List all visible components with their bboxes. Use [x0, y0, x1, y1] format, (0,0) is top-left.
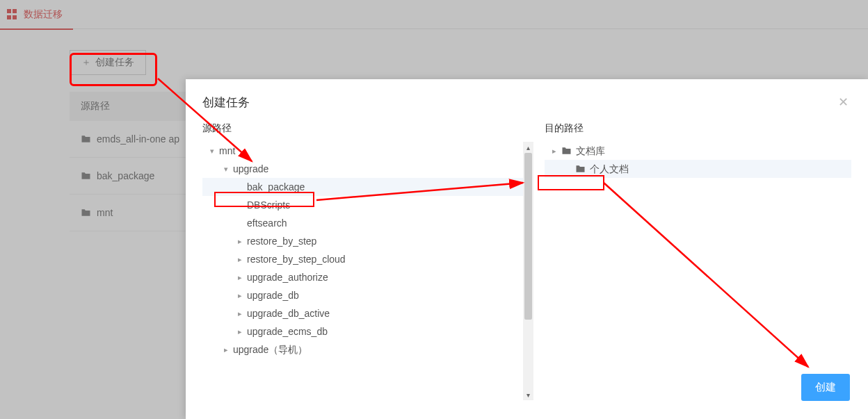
chevron-right-icon[interactable]: ▸	[550, 143, 558, 158]
chevron-down-icon[interactable]: ▾	[222, 161, 230, 176]
chevron-right-icon[interactable]: ▸	[236, 324, 244, 339]
tree-item[interactable]: ▸文档库	[545, 142, 851, 160]
scroll-thumb[interactable]	[524, 153, 532, 320]
tree-item[interactable]: ▸upgrade_db_active	[202, 304, 533, 322]
dest-tree[interactable]: ▸文档库个人文档	[545, 142, 851, 178]
create-submit-button[interactable]: 创建	[801, 374, 850, 401]
tree-item-label: upgrade（导机）	[233, 340, 307, 359]
tree-item[interactable]: 个人文档	[545, 160, 851, 178]
chevron-down-icon[interactable]: ▾	[208, 143, 216, 158]
close-icon[interactable]: ✕	[835, 92, 851, 113]
tree-item-label: restore_by_step_cloud	[247, 249, 346, 269]
tree-item-label: upgrade_db	[247, 286, 299, 305]
chevron-right-icon[interactable]: ▸	[236, 306, 244, 321]
chevron-right-icon[interactable]: ▸	[222, 342, 230, 357]
tree-item-label: upgrade_db_active	[247, 304, 330, 323]
tree-item[interactable]: ▾upgrade	[202, 160, 533, 178]
tree-item-label: DBScripts	[247, 195, 290, 215]
tree-item[interactable]: ▸upgrade_db	[202, 286, 533, 304]
tree-item-label: bak_package	[247, 177, 305, 197]
tree-item[interactable]: ▸upgrade_authorize	[202, 268, 533, 286]
source-tree[interactable]: ▾mnt▾upgradebak_packageDBScriptseftsearc…	[202, 142, 533, 359]
chevron-right-icon[interactable]: ▸	[236, 233, 244, 249]
tree-item-label: 文档库	[576, 142, 605, 161]
folder-icon	[575, 165, 586, 173]
tree-item[interactable]: bak_package	[202, 178, 533, 196]
scroll-up-icon[interactable]: ▴	[523, 142, 533, 153]
tree-item[interactable]: ▸restore_by_step	[202, 232, 533, 250]
tree-item-label: restore_by_step	[247, 231, 316, 251]
dialog-body: 源路径 ▾mnt▾upgradebak_packageDBScriptsefts…	[186, 122, 868, 400]
source-panel: 源路径 ▾mnt▾upgradebak_packageDBScriptsefts…	[202, 122, 533, 400]
tree-item[interactable]: ▸restore_by_step_cloud	[202, 250, 533, 268]
dest-panel-title: 目的路径	[545, 122, 851, 135]
create-task-dialog: 创建任务 ✕ 源路径 ▾mnt▾upgradebak_packageDBScri…	[186, 79, 868, 419]
tree-item-label: upgrade	[233, 159, 268, 179]
source-panel-title: 源路径	[202, 122, 533, 135]
tree-item[interactable]: ▾mnt	[202, 142, 533, 160]
dialog-title: 创建任务	[202, 95, 250, 110]
dest-panel: 目的路径 ▸文档库个人文档	[545, 122, 851, 400]
scroll-down-icon[interactable]: ▾	[523, 389, 533, 400]
tree-item-label: mnt	[219, 142, 235, 161]
tree-item[interactable]: eftsearch	[202, 214, 533, 232]
chevron-right-icon[interactable]: ▸	[236, 252, 244, 267]
source-tree-wrap: ▾mnt▾upgradebak_packageDBScriptseftsearc…	[202, 142, 533, 400]
tree-item-label: upgrade_authorize	[247, 268, 328, 287]
tree-item-label: eftsearch	[247, 213, 287, 233]
dialog-header: 创建任务 ✕	[186, 79, 868, 122]
source-scrollbar[interactable]: ▴ ▾	[523, 142, 533, 400]
tree-item[interactable]: DBScripts	[202, 196, 533, 214]
tree-item-label: upgrade_ecms_db	[247, 322, 328, 341]
folder-icon	[561, 147, 572, 155]
tree-item[interactable]: ▸upgrade_ecms_db	[202, 322, 533, 340]
chevron-right-icon[interactable]: ▸	[236, 288, 244, 303]
tree-item-label: 个人文档	[590, 159, 629, 179]
chevron-right-icon[interactable]: ▸	[236, 270, 244, 285]
tree-item[interactable]: ▸upgrade（导机）	[202, 340, 533, 359]
dest-tree-wrap: ▸文档库个人文档	[545, 142, 851, 400]
